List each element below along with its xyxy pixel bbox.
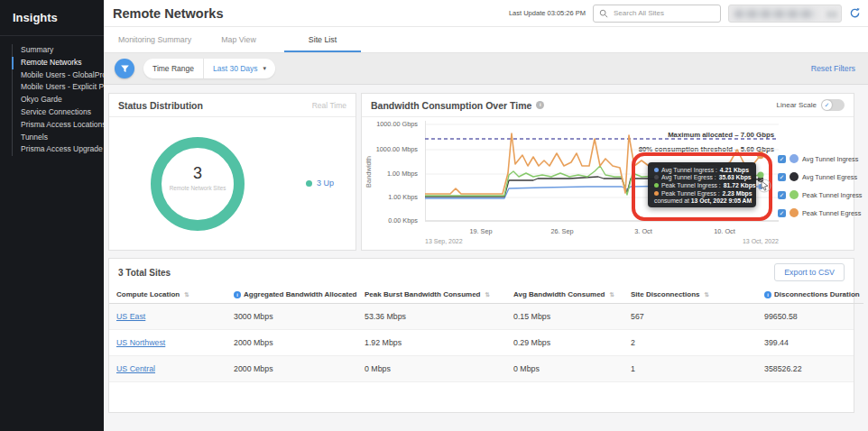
chevron-down-icon: ▾ [263,65,276,72]
cell-compute-location[interactable]: US Northwest [109,330,226,356]
sidebar-item-remote-networks[interactable]: Remote Networks [12,57,104,69]
site-link-us-east[interactable]: US East [116,312,145,321]
sidebar-nav: SummaryRemote NetworksMobile Users - Glo… [0,44,104,156]
sidebar-item-mobile-users-explicit-proxy[interactable]: Mobile Users - Explicit Proxy [12,81,104,94]
column-header-peak-burst-bandwidth-consumed[interactable]: Peak Burst Bandwidth Consumed⇅ [357,286,506,304]
checkbox-checked-icon[interactable]: ✓ [778,191,786,199]
tab-site-list[interactable]: Site List [281,28,365,52]
legend-item-peak-tunnel-ingress: ✓Peak Tunnel Ingress [778,186,863,204]
cell-avg-bandwidth-consumed: 0.15 Mbps [506,304,623,330]
linear-scale-label: Linear Scale [777,101,817,109]
time-range-value[interactable]: Last 30 Days [204,59,263,78]
tooltip-row: Avg Tunnel Egress : 35.63 Kbps [654,174,750,182]
tooltip-series-dot [654,191,659,196]
search-box[interactable] [593,5,721,23]
reset-filters-link[interactable]: Reset Filters [811,64,855,73]
tooltip-series-dot [654,175,659,179]
cell-compute-location[interactable]: US Central [109,356,226,382]
up-status-dot [306,180,312,187]
filter-button[interactable] [115,59,134,78]
y-tick-label: 1000.00 Gbps [364,120,418,128]
sidebar-item-tunnels[interactable]: Tunnels [12,132,104,144]
table-row: US East3000 Mbps53.36 Mbps0.15 Mbps56799… [109,304,854,330]
site-link-us-northwest[interactable]: US Northwest [116,338,165,347]
column-header-site-disconnections[interactable]: Site Disconnections⇅ [623,286,757,304]
sidebar-item-summary[interactable]: Summary [12,44,104,57]
last-update-text: Last Update 03:05:26 PM [509,9,586,17]
legend-item-avg-tunnel-ingress: ✓Avg Tunnel Ingress [778,150,863,168]
export-csv-button[interactable]: Export to CSV [774,263,845,281]
redacted-account-selector[interactable] [728,5,842,23]
cell-compute-location[interactable]: US East [109,304,226,330]
bandwidth-legend: ✓Avg Tunnel Ingress✓Avg Tunnel Egress✓Pe… [778,150,863,222]
column-header-disconnections-duration[interactable]: iDisconnections Duration [757,286,863,304]
endpoint-dot-peak-tunnel-egress [757,151,764,159]
x-tick-label: 19. Sep [458,227,503,235]
cell-peak-burst-bandwidth-consumed: 0 Mbps [357,356,506,382]
y-tick-label: 1.00 Kbps [364,193,418,201]
sites-table-card: 3 Total Sites Export to CSV Compute Loca… [108,258,854,413]
sidebar-item-mobile-users-globalprotect[interactable]: Mobile Users - GlobalProtect [12,69,104,82]
status-legend[interactable]: 3 Up [306,179,334,188]
refresh-icon[interactable] [849,7,861,19]
tooltip-series-value: 2.23 Mbps [723,190,753,197]
cell-avg-bandwidth-consumed: 0.29 Mbps [506,330,623,356]
content-area: Status Distribution Real Time 3 Remote N… [104,85,868,431]
status-donut-chart[interactable]: 3 Remote Network Sites [151,137,245,231]
linear-scale-toggle[interactable]: ✓ [821,99,845,111]
cell-aggregated-bandwidth-allocated: 2000 Mbps [226,356,357,382]
legend-label: Avg Tunnel Egress [802,173,857,181]
legend-label: Peak Tunnel Ingress [802,191,863,199]
total-sites-label: 3 Total Sites [118,268,171,278]
sidebar-item-okyo-garde[interactable]: Okyo Garde [12,94,104,106]
tooltip-series-label: Peak Tunnel Ingress : [661,182,721,188]
cell-peak-burst-bandwidth-consumed: 53.36 Mbps [357,304,506,330]
time-range-filter[interactable]: Time Range Last 30 Days ▾ [143,59,275,78]
page-title: Remote Networks [104,6,223,21]
sort-icon[interactable]: ⇅ [485,291,489,298]
tooltip-series-value: 35.63 Kbps [719,174,752,180]
info-icon[interactable]: i [536,101,544,109]
sort-icon[interactable]: ⇅ [184,291,189,298]
sidebar-item-prisma-access-upgrade[interactable]: Prisma Access Upgrade [12,143,104,156]
site-count: 3 [151,164,245,183]
checkbox-checked-icon[interactable]: ✓ [778,173,786,181]
tooltip-series-dot [654,183,659,188]
app-window: Insights SummaryRemote NetworksMobile Us… [0,0,868,431]
x-tick-label: 3. Oct [621,227,666,235]
table-row: US Northwest2000 Mbps1.92 Mbps0.29 Mbps2… [109,330,854,356]
legend-label: Peak Tunnel Egress [802,209,861,217]
site-link-us-central[interactable]: US Central [116,364,155,373]
endpoint-dot-peak-tunnel-ingress [758,172,764,179]
search-input[interactable] [612,8,711,18]
column-header-avg-bandwidth-consumed[interactable]: Avg Bandwidth Consumed⇅ [506,286,623,304]
info-icon[interactable]: i [764,291,771,298]
top-header: Remote Networks Last Update 03:05:26 PM [104,0,868,27]
app-title: Insights [0,0,104,36]
sort-icon[interactable]: ⇅ [704,291,708,298]
bandwidth-card-title: Bandwidth Consumption Over Time [371,100,531,111]
cell-site-disconnections: 567 [623,304,757,330]
info-icon[interactable]: i [234,291,241,298]
main-area: Remote Networks Last Update 03:05:26 PM … [104,0,868,431]
redacted-text [734,10,816,18]
tooltip-row: Peak Tunnel Egress : 2.23 Mbps [654,189,750,197]
column-header-compute-location[interactable]: Compute Location⇅ [109,286,226,304]
cell-site-disconnections: 2 [623,330,757,356]
sidebar-item-prisma-access-locations[interactable]: Prisma Access Locations [12,119,104,132]
sidebar-item-service-connections[interactable]: Service Connections [12,106,104,119]
checkbox-checked-icon[interactable]: ✓ [778,209,786,217]
sidebar: Insights SummaryRemote NetworksMobile Us… [0,0,104,431]
tab-monitoring-summary[interactable]: Monitoring Summary [113,28,197,52]
redacted-chevron [826,11,837,18]
tooltip-rows: Avg Tunnel Ingress : 4.21 KbpsAvg Tunnel… [654,166,750,197]
legend-dot [790,154,799,163]
toggle-knob: ✓ [822,100,832,110]
column-header-aggregated-bandwidth-allocated[interactable]: iAggregated Bandwidth Allocated [226,286,357,304]
checkbox-checked-icon[interactable]: ✓ [778,155,786,163]
tooltip-series-dot [654,168,659,172]
site-count-label: Remote Network Sites [151,185,245,191]
column-header-label: Avg Bandwidth Consumed [513,290,605,298]
sort-icon[interactable]: ⇅ [609,291,614,298]
tab-map-view[interactable]: Map View [197,28,281,52]
